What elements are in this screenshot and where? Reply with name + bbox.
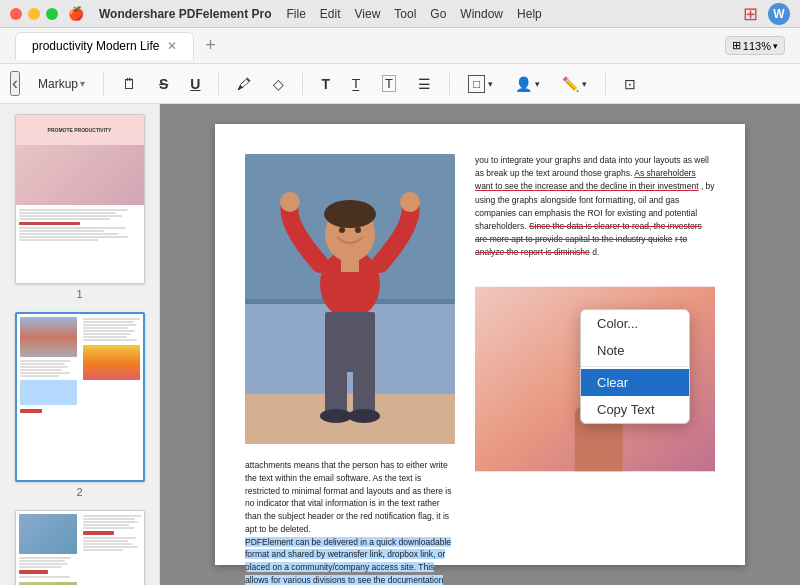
page-sidebar: PROMOTE PRODUCTIVITY — [0, 104, 160, 585]
thumb3-right — [80, 511, 144, 585]
page-thumb-2[interactable] — [15, 312, 145, 482]
active-tab[interactable]: productivity Modern Life ✕ — [15, 32, 194, 60]
pen-btn[interactable]: ✏️▾ — [554, 72, 595, 96]
sidebar-page-3[interactable]: 3 — [8, 510, 151, 585]
typewriter-btn[interactable]: T — [374, 71, 404, 96]
svg-point-14 — [348, 409, 380, 423]
stamp-btn[interactable]: 👤▾ — [507, 72, 548, 96]
thumb-content-2 — [17, 314, 143, 480]
align-btn[interactable]: ☰ — [410, 72, 439, 96]
thumb1-image — [16, 145, 144, 205]
stamp-arrow: ▾ — [535, 79, 540, 89]
svg-point-16 — [355, 227, 361, 233]
window-controls[interactable] — [10, 8, 58, 20]
right-para-1: you to integrate your graphs and data in… — [475, 154, 715, 259]
align-icon: ☰ — [418, 76, 431, 92]
context-menu-note[interactable]: Note — [581, 337, 689, 364]
svg-rect-10 — [325, 312, 375, 372]
text-btn[interactable]: T — [313, 72, 338, 96]
titlebar-icons[interactable]: ⊞ W — [743, 3, 790, 25]
minimize-button[interactable] — [28, 8, 40, 20]
callout-icon: T̲ — [352, 76, 360, 91]
apple-icon: 🍎 — [68, 6, 84, 21]
rect-btn[interactable]: □▾ — [460, 71, 501, 97]
context-menu-color[interactable]: Color... — [581, 310, 689, 337]
rect-icon: □ — [468, 75, 485, 93]
thumb2-col — [17, 314, 143, 480]
menu-bar[interactable]: File Edit View Tool Go Window Help — [287, 7, 542, 21]
add-tab-button[interactable]: + — [198, 34, 222, 58]
stamp-icon: 👤 — [515, 76, 532, 92]
svg-rect-11 — [325, 364, 347, 414]
eraser-icon: ◇ — [273, 76, 284, 92]
thumb2-bulb-img — [83, 345, 140, 380]
typewriter-icon: T — [382, 75, 396, 92]
close-button[interactable] — [10, 8, 22, 20]
right-text-3: d. — [592, 247, 599, 257]
menu-help[interactable]: Help — [517, 7, 542, 21]
highlight-btn[interactable]: 🖍 — [229, 72, 259, 96]
eraser-btn[interactable]: ◇ — [265, 72, 292, 96]
sticky-note-icon: 🗒 — [122, 75, 137, 92]
page-thumb-3[interactable] — [15, 510, 145, 585]
zoom-arrow: ▾ — [773, 41, 778, 51]
left-column: attachments means that the person has to… — [245, 154, 455, 585]
rect-arrow: ▾ — [488, 79, 493, 89]
pen-icon: ✏️ — [562, 76, 579, 92]
menu-tool[interactable]: Tool — [394, 7, 416, 21]
callout-btn[interactable]: T̲ — [344, 72, 368, 95]
left-para-highlight: PDFElement can be delivered in a quick d… — [245, 536, 455, 586]
markup-dropdown[interactable]: Markup ▾ — [30, 73, 93, 95]
thumb-content-3 — [16, 511, 144, 585]
back-button[interactable]: ‹ — [10, 71, 20, 96]
right-text-block: you to integrate your graphs and data in… — [475, 154, 715, 259]
sticky-note-btn[interactable]: 🗒 — [114, 71, 145, 96]
layout-btn[interactable]: ⊡ — [616, 72, 644, 96]
left-col-text: attachments means that the person has to… — [245, 459, 455, 585]
separator-2 — [218, 73, 219, 95]
man-image — [245, 154, 455, 444]
page-thumb-1[interactable]: PROMOTE PRODUCTIVITY — [15, 114, 145, 284]
thumb3-left — [16, 511, 80, 585]
menu-file[interactable]: File — [287, 7, 306, 21]
titlebar: 🍎 Wondershare PDFelement Pro File Edit V… — [0, 0, 800, 28]
document-page: attachments means that the person has to… — [215, 124, 745, 565]
menu-view[interactable]: View — [355, 7, 381, 21]
highlight-icon: 🖍 — [237, 76, 251, 92]
underline-btn[interactable]: U — [182, 72, 208, 96]
strikethrough-btn[interactable]: S — [151, 72, 176, 96]
maximize-button[interactable] — [46, 8, 58, 20]
menu-edit[interactable]: Edit — [320, 7, 341, 21]
thumb2-left — [17, 314, 80, 480]
pen-arrow: ▾ — [582, 79, 587, 89]
tab-close-icon[interactable]: ✕ — [167, 39, 177, 53]
app-name: Wondershare PDFelement Pro — [99, 7, 272, 21]
menu-window[interactable]: Window — [460, 7, 503, 21]
svg-point-8 — [280, 192, 300, 212]
page-num-1: 1 — [76, 288, 82, 300]
svg-rect-12 — [353, 364, 375, 414]
left-para-1: attachments means that the person has to… — [245, 459, 455, 536]
thumb1-header: PROMOTE PRODUCTIVITY — [16, 115, 144, 145]
thumb3-img1 — [19, 514, 77, 554]
toolbar: ‹ Markup ▾ 🗒 S U 🖍 ◇ T T̲ T ☰ □▾ 👤▾ ✏️▾ … — [0, 64, 800, 104]
context-menu-copy[interactable]: Copy Text — [581, 396, 689, 423]
layout-icon: ⊞ — [732, 39, 741, 52]
context-menu-clear[interactable]: Clear — [581, 369, 689, 396]
sidebar-page-2[interactable]: 2 — [8, 312, 151, 498]
sidebar-page-1[interactable]: PROMOTE PRODUCTIVITY — [8, 114, 151, 300]
layout-icon: ⊡ — [624, 76, 636, 92]
user-icon[interactable]: W — [768, 3, 790, 25]
svg-rect-7 — [341, 257, 359, 272]
content-area[interactable]: attachments means that the person has to… — [160, 104, 800, 585]
markup-arrow: ▾ — [80, 78, 85, 89]
grid-icon[interactable]: ⊞ — [743, 3, 758, 25]
separator-4 — [449, 73, 450, 95]
menu-go[interactable]: Go — [430, 7, 446, 21]
tab-label: productivity Modern Life — [32, 39, 159, 53]
zoom-control[interactable]: ⊞ 113% ▾ — [725, 36, 785, 55]
thumb3-col — [16, 511, 144, 585]
text-icon: T — [321, 76, 330, 92]
separator-3 — [302, 73, 303, 95]
separator-1 — [103, 73, 104, 95]
